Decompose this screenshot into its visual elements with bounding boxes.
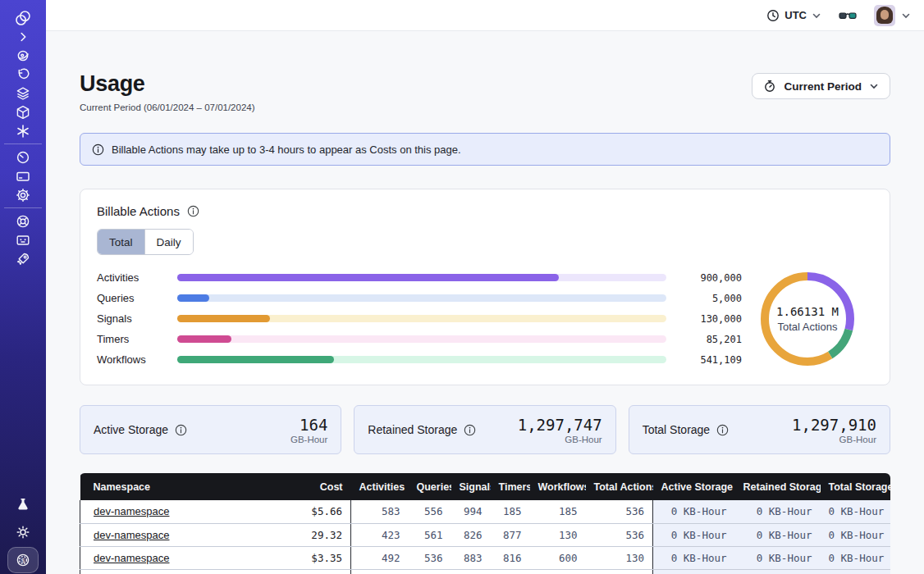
total-storage-card: Total Storage 1,297,910 GB-Hour [629, 405, 890, 454]
bar-row-signals: Signals 130,000 [97, 308, 742, 329]
feedback-monitor-icon[interactable] [0, 230, 46, 249]
col-retained-storage: Retained Storage [735, 473, 821, 500]
total-actions-donut: 1.66131 M Total Actions [742, 267, 873, 370]
info-icon[interactable] [716, 424, 729, 436]
account-menu[interactable] [874, 5, 911, 26]
cell-retained-storage [735, 569, 821, 574]
col-total-storage: Total Storage [821, 473, 891, 500]
bar-track [177, 294, 666, 302]
flask-icon[interactable] [0, 490, 46, 518]
cell-queries [409, 569, 451, 574]
info-icon [92, 144, 104, 156]
cell-total-storage: 0 KB-Hour [821, 500, 891, 523]
col-timers: Timers [491, 473, 530, 500]
cell-cost [277, 569, 351, 574]
gauge-icon[interactable] [0, 148, 46, 166]
total-actions-label: Total Actions [776, 321, 839, 333]
user-avatar [874, 5, 895, 26]
table-row: dev-namespace $3.35 492 536 883 816 600 … [80, 546, 891, 569]
cell-timers: 877 [491, 523, 530, 546]
cell-total-actions: 536 [586, 500, 653, 523]
namespaces-icon[interactable] [0, 46, 46, 65]
bar-value: 900,000 [676, 272, 742, 284]
bar-value: 85,201 [676, 334, 742, 345]
sidebar: $ [0, 0, 46, 574]
cell-workflows: 130 [530, 523, 586, 546]
bar-fill [177, 274, 559, 281]
bar-row-activities: Activities 900,000 [97, 267, 742, 288]
cell-active-storage: 0 KB-Hour [653, 546, 735, 569]
cell-signals: 883 [451, 546, 491, 569]
cell-workflows [530, 569, 586, 574]
bar-label: Signals [97, 312, 167, 325]
namespace-link[interactable]: dev-namespace [94, 505, 170, 517]
cell-total-storage: 0 KB-Hour [821, 523, 891, 546]
col-total-actions: Total Actions [586, 473, 653, 500]
cell-total-actions: 130 [586, 546, 653, 569]
temporal-logo-icon[interactable] [0, 8, 46, 27]
sidebar-item-usage[interactable]: $ [0, 546, 46, 574]
col-signals: Signals [451, 473, 491, 500]
col-active-storage: Active Storage [653, 473, 735, 500]
cell-signals [451, 569, 491, 574]
cell-cost: $5.66 [277, 500, 351, 523]
cell-activities: 423 [351, 523, 409, 546]
cell-activities: 492 [351, 546, 409, 569]
info-icon[interactable] [187, 205, 199, 217]
tab-daily[interactable]: Daily [145, 230, 193, 254]
bar-track [177, 335, 666, 343]
cell-active-storage: 0 KB-Hour [653, 500, 735, 523]
namespace-link[interactable]: dev-namespace [94, 529, 170, 541]
cell-active-storage: 0 KB-Hour [653, 523, 735, 546]
glasses-icon[interactable] [838, 7, 858, 24]
bar-label: Timers [97, 333, 167, 345]
period-selector-button[interactable]: Current Period [752, 73, 890, 99]
cube-icon[interactable] [0, 102, 46, 121]
sidebar-divider [4, 207, 42, 208]
settings-gear-icon[interactable] [0, 185, 46, 204]
banner-text: Billable Actions may take up to 3-4 hour… [112, 144, 461, 156]
chevron-down-icon [901, 11, 911, 20]
bar-fill [177, 315, 270, 322]
app-window: $ UTC [0, 0, 924, 574]
info-icon[interactable] [464, 424, 476, 436]
tab-total[interactable]: Total [98, 230, 145, 254]
bar-track [177, 274, 666, 281]
period-button-label: Current Period [784, 80, 862, 93]
lifebuoy-icon[interactable] [0, 212, 46, 230]
bar-label: Queries [97, 292, 167, 304]
bar-track [177, 315, 666, 322]
cell-workflows: 185 [530, 500, 586, 523]
storage-card-label: Active Storage [94, 423, 168, 436]
storage-card-unit: GB-Hour [792, 435, 876, 444]
sun-icon[interactable] [0, 518, 46, 546]
layers-icon[interactable] [0, 84, 46, 102]
credit-card-icon[interactable] [0, 166, 46, 185]
storage-card-value: 1,297,747 [518, 416, 602, 434]
timezone-selector[interactable]: UTC [766, 9, 821, 22]
expand-chevron-right-icon[interactable] [0, 27, 46, 46]
donut-center: 1.66131 M Total Actions [776, 305, 839, 333]
total-actions-value: 1.66131 M [776, 305, 839, 318]
table-row: dev-namespace $5.66 583 556 994 185 185 … [80, 500, 891, 523]
billable-actions-card: Billable Actions Total Daily Activities … [80, 189, 890, 385]
cell-retained-storage: 0 KB-Hour [735, 523, 821, 546]
namespace-link[interactable]: dev-namespace [94, 552, 170, 564]
chevron-down-icon [812, 11, 821, 20]
info-icon[interactable] [175, 424, 187, 436]
bar-value: 541,109 [676, 354, 742, 366]
cell-active-storage [653, 569, 735, 574]
history-icon[interactable] [0, 65, 46, 84]
storage-card-unit: GB-Hour [290, 435, 327, 444]
col-activities: Activities [351, 473, 409, 500]
cell-signals: 826 [451, 523, 491, 546]
bar-track [177, 356, 666, 363]
bar-fill [177, 294, 209, 302]
asterisk-icon[interactable] [0, 121, 46, 140]
table-row: dev-namespace [80, 569, 891, 574]
stopwatch-icon [763, 80, 776, 93]
cell-queries: 561 [409, 523, 451, 546]
rocket-icon[interactable] [0, 249, 46, 268]
svg-text:$: $ [21, 557, 25, 564]
billable-actions-info-banner: Billable Actions may take up to 3-4 hour… [80, 133, 890, 166]
